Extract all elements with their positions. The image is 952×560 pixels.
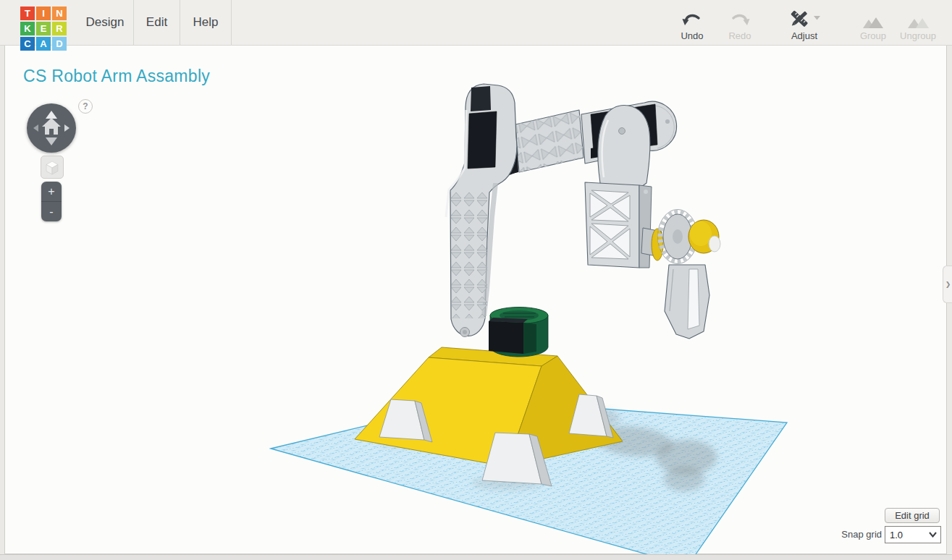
ungroup-icon [895,7,941,29]
cube-icon [41,156,63,178]
swing-link[interactable] [598,106,650,187]
cap-pin [665,119,670,124]
menu-bar: Design Edit Help [76,0,232,45]
adjust-button[interactable]: Adjust [784,7,825,41]
view-navigation-wheel[interactable] [27,103,76,153]
link-pin [619,128,625,135]
rotate-up-arrow[interactable] [46,111,57,119]
tinkercad-logo[interactable]: T I N K E R C A D [20,7,67,51]
base-rotator[interactable] [489,307,548,357]
menu-help[interactable]: Help [180,0,232,45]
logo-tile: E [36,22,51,35]
snap-grid-value: 1.0 [885,530,929,540]
snap-grid-label: Snap grid [825,529,882,540]
group-icon [851,7,895,29]
logo-tile: R [52,22,67,35]
menu-design[interactable]: Design [76,0,134,45]
logo-tile: C [20,37,35,51]
undo-button[interactable]: Undo [672,7,712,41]
vertical-arm[interactable] [446,84,517,337]
adjust-icon [784,7,825,29]
edit-grid-button[interactable]: Edit grid [885,508,940,523]
undo-icon [672,7,712,29]
chevron-down-icon [929,532,937,538]
hub-back [652,229,663,260]
zoom-controls: + - [41,182,62,221]
hub-cap [709,236,720,252]
arm-lattice [450,191,488,318]
logo-tile: K [20,22,35,35]
logo-tile: N [52,7,67,20]
gripper[interactable] [665,265,709,339]
panel-pin-top [644,190,648,194]
lattice-panel[interactable] [585,182,652,268]
zoom-out-button[interactable]: - [41,202,62,221]
redo-icon [720,7,760,29]
view-cube-button[interactable] [41,156,64,179]
pivot-hole-inner [463,330,467,334]
wrist-hub[interactable] [688,220,720,253]
group-button[interactable]: Group [851,7,895,41]
rotate-left-arrow[interactable] [33,124,38,132]
redo-button[interactable]: Redo [720,7,760,41]
help-button[interactable]: ? [78,99,93,114]
side-panel-toggle[interactable]: ❯ [943,266,952,303]
rotate-right-arrow[interactable] [64,124,69,132]
adjust-dropdown-caret [814,16,820,20]
window-bottom-edge [0,554,952,560]
logo-tile: I [36,7,51,20]
menu-edit[interactable]: Edit [134,0,180,45]
logo-tile: A [36,37,51,51]
logo-tile: D [52,37,67,51]
home-view-button[interactable] [42,118,61,135]
snap-grid-select[interactable]: 1.0 [885,526,941,543]
rotate-down-arrow[interactable] [46,137,57,145]
logo-tile: T [20,7,35,20]
wrist-assembly[interactable] [641,210,720,339]
ungroup-button[interactable]: Ungroup [895,7,941,41]
design-title[interactable]: CS Robot Arm Assambly [23,67,210,86]
zoom-in-button[interactable]: + [41,182,62,202]
